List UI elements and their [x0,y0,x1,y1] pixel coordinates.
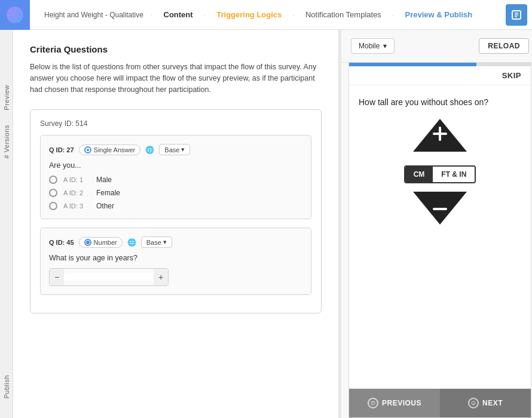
a-id-1: A ID: 1 [63,176,90,183]
q-id-27: Q ID: 27 [49,146,74,153]
svg-point-4 [87,149,89,151]
next-icon [468,398,479,408]
number-input-field[interactable] [64,273,154,281]
survey-card: Survey ID: 514 Q ID: 27 Single Answer 🌐 [30,109,322,314]
nav-item-content[interactable]: Content [155,0,201,29]
previous-button[interactable]: PREVIOUS [349,389,440,417]
sidebar-tab-preview[interactable]: Preview [1,78,13,118]
prev-icon [368,398,378,408]
left-panel: Criteria Questions Below is the list of … [13,30,339,418]
skip-bar: SKIP [349,66,531,85]
globe-icon-27: 🌐 [145,146,154,154]
phone-content: How tall are you without shoes on? [349,85,531,389]
skip-button[interactable]: SKIP [502,71,521,80]
next-label: NEXT [482,399,503,407]
chevron-down-icon: ▾ [181,146,185,153]
unit-cm-button[interactable]: CM [405,167,433,182]
q-type-label-27: Single Answer [94,146,136,153]
right-panel: Mobile ▾ RELOAD SKIP How tall are you wi… [341,30,532,418]
nav-item-content-label: Content [164,10,193,19]
q-id-45: Q ID: 45 [49,239,74,246]
answer-text-3: Other [96,202,114,210]
question-header-27: Q ID: 27 Single Answer 🌐 Base ▾ [49,144,302,155]
single-answer-icon [84,146,91,153]
question-text-45: What is your age in years? [49,254,302,262]
criteria-title: Criteria Questions [30,44,322,54]
nav-item-triggering[interactable]: Triggering Logics [208,0,290,29]
mobile-label: Mobile [359,42,380,50]
radio-1[interactable] [49,176,57,184]
answer-option-3[interactable]: A ID: 3 Other [49,202,302,210]
nav-right [501,4,532,26]
content-area: Criteria Questions Below is the list of … [13,30,532,418]
increase-height-button[interactable] [413,119,467,152]
nav-item-preview-label: Preview & Publish [405,10,473,19]
nav-item-preview[interactable]: Preview & Publish [397,0,481,29]
a-id-3: A ID: 3 [63,202,90,210]
preview-toolbar: Mobile ▾ RELOAD [341,30,532,63]
q-type-badge-27: Single Answer [79,145,141,155]
answer-options-27: A ID: 1 Male A ID: 2 Female A ID: 3 Othe… [49,176,302,210]
question-header-45: Q ID: 45 Number 🌐 Base ▾ [49,236,302,248]
logo-area[interactable] [0,0,30,30]
survey-id-label: Survey ID: 514 [40,119,311,128]
nav-items: Height and Weight - Qualitative · Conten… [30,0,501,29]
phone-bottom-nav: PREVIOUS NEXT [349,389,531,417]
nav-item-triggering-label: Triggering Logics [216,10,282,19]
main-layout: Preview # Versions Publish Criteria Ques… [0,30,532,418]
phone-preview: SKIP How tall are you without shoes on? [348,63,531,418]
q-type-label-45: Number [94,239,117,246]
criteria-description: Below is the list of questions from othe… [30,62,322,95]
top-navigation: Height and Weight - Qualitative · Conten… [0,0,532,30]
answer-text-2: Female [96,189,120,197]
answer-option-1[interactable]: A ID: 1 Male [49,176,302,184]
mobile-dropdown[interactable]: Mobile ▾ [351,38,395,54]
q-type-badge-45: Number [79,237,123,248]
nav-icon-button[interactable] [506,4,527,26]
phone-question-text: How tall are you without shoes on? [359,97,521,107]
previous-label: PREVIOUS [382,399,421,407]
number-icon-45 [84,239,91,246]
question-block-45: Q ID: 45 Number 🌐 Base ▾ What is your ag… [40,228,311,295]
reload-button[interactable]: RELOAD [479,38,529,54]
survey-title: Height and Weight - Qualitative [39,11,148,19]
left-sidebar: Preview # Versions Publish [0,30,13,418]
nav-item-notification-label: Notification Templates [305,10,381,19]
question-block-27: Q ID: 27 Single Answer 🌐 Base ▾ [40,135,311,219]
unit-toggle: CM FT & IN [404,165,476,183]
height-widget: CM FT & IN [359,119,521,231]
decrement-button[interactable]: − [50,269,64,285]
unit-ft-button[interactable]: FT & IN [433,167,475,182]
nav-item-notification[interactable]: Notification Templates [297,0,390,29]
question-text-27: Are you... [49,161,302,170]
base-dropdown-27[interactable]: Base ▾ [159,144,190,155]
sidebar-tab-versions[interactable]: # Versions [1,118,13,165]
sidebar-tab-publish[interactable]: Publish [1,368,13,406]
app-logo [7,7,23,23]
dropdown-chevron-icon: ▾ [383,42,387,50]
number-input-row: − + [49,268,169,286]
base-dropdown-45[interactable]: Base ▾ [141,236,172,248]
globe-icon-45: 🌐 [127,238,136,247]
increment-button[interactable]: + [154,269,168,285]
decrease-height-button[interactable] [413,192,467,225]
next-button[interactable]: NEXT [440,389,531,417]
radio-2[interactable] [49,189,57,197]
a-id-2: A ID: 2 [63,189,90,196]
chevron-down-icon-45: ▾ [163,238,167,246]
answer-option-2[interactable]: A ID: 2 Female [49,189,302,197]
radio-3[interactable] [49,202,57,210]
answer-text-1: Male [96,176,112,184]
